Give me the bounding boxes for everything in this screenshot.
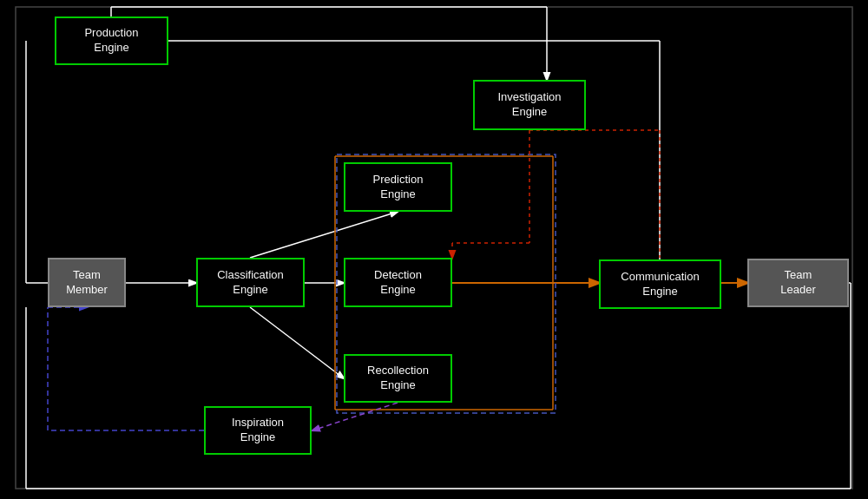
- classification-engine-label: Classification Engine: [217, 268, 284, 298]
- prediction-engine-node: Prediction Engine: [344, 162, 452, 212]
- inspiration-engine-label: Inspiration Engine: [232, 416, 284, 445]
- svg-line-6: [250, 212, 398, 258]
- recollection-engine-label: Recollection Engine: [367, 364, 429, 393]
- recollection-engine-node: Recollection Engine: [344, 354, 452, 403]
- investigation-engine-label: Investigation Engine: [498, 90, 562, 120]
- detection-engine-node: Detection Engine: [344, 258, 452, 307]
- team-leader-label: Team Leader: [780, 268, 815, 298]
- team-member-node: Team Member: [48, 258, 126, 307]
- classification-engine-node: Classification Engine: [196, 258, 305, 307]
- inspiration-engine-node: Inspiration Engine: [204, 406, 312, 455]
- communication-engine-node: Communication Engine: [599, 259, 721, 309]
- team-member-label: Team Member: [66, 268, 108, 298]
- production-engine-label: Production Engine: [84, 26, 138, 56]
- prediction-engine-label: Prediction Engine: [373, 173, 424, 202]
- svg-line-8: [250, 307, 344, 378]
- investigation-engine-node: Investigation Engine: [473, 80, 586, 130]
- detection-engine-label: Detection Engine: [374, 268, 422, 298]
- diagram: Production Engine Investigation Engine P…: [0, 0, 868, 499]
- svg-rect-0: [16, 7, 852, 489]
- production-engine-node: Production Engine: [55, 16, 168, 65]
- team-leader-node: Team Leader: [747, 259, 849, 307]
- communication-engine-label: Communication Engine: [621, 270, 699, 299]
- svg-line-17: [312, 403, 398, 430]
